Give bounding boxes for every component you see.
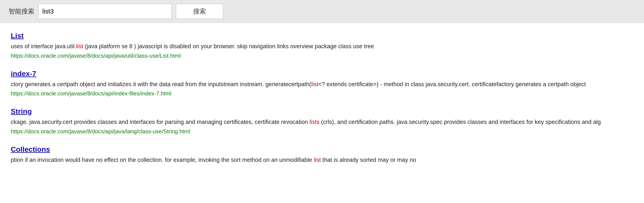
search-bar: 智能搜索 搜索 [0,0,644,23]
snippet-highlight: lists [310,119,320,125]
result-item: Collections ption if an invocation would… [11,145,633,164]
result-snippet-list: uses of interface java.util.list (java p… [11,42,612,51]
snippet-text: that is already sorted may or may no [321,157,416,163]
search-button[interactable]: 搜索 [176,4,223,19]
result-item: String ckage. java.security.cert provide… [11,107,633,135]
result-url-string[interactable]: https://docs.oracle.com/javase/8/docs/ap… [11,128,633,135]
result-item: List uses of interface java.util.list (j… [11,31,633,59]
search-input[interactable] [39,4,172,19]
result-snippet-index7: ctory generates a certpath object and in… [11,80,612,89]
result-url-list[interactable]: https://docs.oracle.com/javase/8/docs/ap… [11,52,633,59]
result-title-string[interactable]: String [11,107,32,116]
snippet-text: (crls), and certification paths. java.se… [320,119,601,125]
snippet-highlight: list [314,157,321,163]
snippet-highlight: list [76,43,83,49]
search-label: 智能搜索 [8,7,34,16]
result-title-index7[interactable]: index-7 [11,69,36,78]
result-item: index-7 ctory generates a certpath objec… [11,69,633,97]
snippet-text: <? extends certificate>) - method in cla… [318,81,586,87]
result-url-index7[interactable]: https://docs.oracle.com/javase/8/docs/ap… [11,90,633,97]
snippet-text: (java platform se 8 ) javascript is disa… [83,43,374,49]
snippet-text: ckage. java.security.cert provides class… [11,119,310,125]
result-title-list[interactable]: List [11,31,24,40]
result-title-collections[interactable]: Collections [11,145,50,154]
result-snippet-collections: ption if an invocation would have no eff… [11,156,612,164]
snippet-text: ctory generates a certpath object and in… [11,81,311,87]
result-snippet-string: ckage. java.security.cert provides class… [11,118,612,127]
snippet-text: uses of interface java.util. [11,43,76,49]
results-container: List uses of interface java.util.list (j… [0,23,644,203]
snippet-text: ption if an invocation would have no eff… [11,157,314,163]
snippet-highlight: list [311,81,318,87]
